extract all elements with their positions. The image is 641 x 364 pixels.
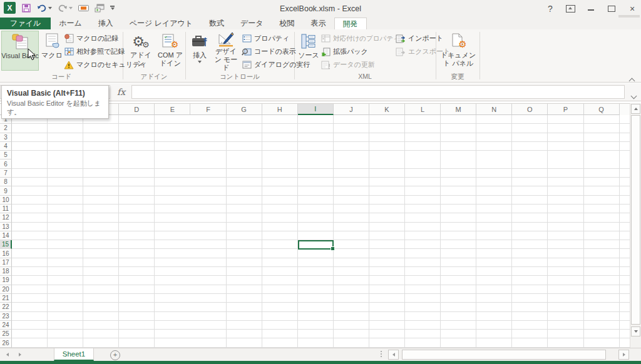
row-header-3[interactable]: 3 — [0, 133, 12, 142]
document-panel-label: ドキュメント パネル — [438, 51, 478, 68]
tab-ホーム[interactable]: ホーム — [51, 18, 90, 29]
document-panel-button[interactable]: ⚙ ドキュメント パネル — [438, 31, 478, 71]
tab-ページ レイアウト[interactable]: ページ レイアウト — [121, 18, 201, 29]
row-header-12[interactable]: 12 — [0, 213, 12, 222]
column-header-K[interactable]: K — [369, 104, 405, 115]
row-header-21[interactable]: 21 — [0, 294, 12, 303]
column-header-O[interactable]: O — [512, 104, 548, 115]
insert-controls-button[interactable]: 挿入 — [188, 31, 211, 71]
macros-button[interactable]: マクロ — [40, 31, 64, 71]
import-button[interactable]: インポート — [396, 33, 443, 44]
insert-dropdown-icon — [198, 61, 202, 63]
row-header-7[interactable]: 7 — [0, 169, 12, 178]
previous-sheet-icon[interactable] — [6, 353, 9, 356]
row-header-4[interactable]: 4 — [0, 142, 12, 151]
row-header-14[interactable]: 14 — [0, 231, 12, 240]
scroll-left-button[interactable] — [388, 350, 399, 360]
scroll-up-button[interactable] — [631, 104, 640, 114]
vertical-scrollbar[interactable] — [630, 103, 641, 348]
row-header-23[interactable]: 23 — [0, 312, 12, 321]
row-header-20[interactable]: 20 — [0, 285, 12, 294]
ribbon-display-options-icon[interactable] — [566, 5, 575, 13]
expansion-packs-icon — [320, 47, 331, 57]
redo-dropdown-icon[interactable] — [69, 7, 73, 9]
record-macro-button[interactable]: マクロの記録 — [64, 33, 118, 44]
row-header-13[interactable]: 13 — [0, 223, 12, 231]
tab-開発[interactable]: 開発 — [334, 18, 367, 29]
sheet-tab-sheet1[interactable]: Sheet1 — [54, 348, 94, 361]
vertical-scrollbar-thumb[interactable] — [631, 115, 640, 325]
properties-button[interactable]: プロパティ — [242, 33, 289, 44]
tab-校閲[interactable]: 校閲 — [272, 18, 303, 29]
expansion-packs-button[interactable]: 拡張パック — [320, 46, 368, 58]
column-header-G[interactable]: G — [227, 104, 262, 115]
tab-表示[interactable]: 表示 — [303, 18, 334, 29]
column-header-J[interactable]: J — [334, 104, 369, 115]
column-header-D[interactable]: D — [119, 104, 155, 115]
row-header-22[interactable]: 22 — [0, 303, 12, 311]
design-mode-button[interactable]: デザイン モード — [212, 31, 240, 71]
com-add-ins-label: COM アドイン — [156, 51, 185, 68]
camera-button[interactable] — [78, 4, 89, 12]
row-header-25[interactable]: 25 — [0, 330, 12, 338]
new-sheet-icon[interactable]: + — [110, 350, 120, 360]
column-header-N[interactable]: N — [476, 104, 512, 115]
save-button[interactable] — [21, 3, 31, 13]
customize-quick-access-icon[interactable] — [110, 6, 115, 10]
row-header-26[interactable]: 26 — [0, 338, 12, 347]
maximize-icon[interactable] — [607, 1, 617, 16]
worksheet-grid[interactable] — [12, 115, 630, 348]
use-relative-references-button[interactable]: 相対参照で記録 — [64, 46, 125, 58]
row-header-2[interactable]: 2 — [0, 124, 12, 133]
selected-cell[interactable] — [298, 240, 334, 250]
view-code-button[interactable]: コードの表示 — [242, 46, 296, 58]
minimize-icon[interactable] — [586, 1, 596, 16]
row-header-24[interactable]: 24 — [0, 321, 12, 330]
gears-icon: ⚙⚙ — [132, 31, 149, 51]
collapse-ribbon-icon[interactable] — [630, 74, 636, 79]
column-header-E[interactable]: E — [155, 104, 190, 115]
row-header-18[interactable]: 18 — [0, 267, 12, 276]
tab-数式[interactable]: 数式 — [201, 18, 232, 29]
formula-input[interactable] — [131, 85, 625, 99]
row-header-6[interactable]: 6 — [0, 159, 12, 168]
row-header-16[interactable]: 16 — [0, 249, 12, 258]
row-header-5[interactable]: 5 — [0, 151, 12, 159]
row-header-9[interactable]: 9 — [0, 186, 12, 195]
horizontal-scrollbar-thumb[interactable] — [402, 350, 606, 360]
close-icon[interactable]: × — [627, 1, 637, 16]
tab-挿入[interactable]: 挿入 — [90, 18, 121, 29]
row-header-10[interactable]: 10 — [0, 196, 12, 205]
help-icon[interactable]: ? — [545, 1, 555, 16]
excel-logo-icon[interactable]: X — [4, 2, 16, 14]
fx-icon[interactable]: fx — [112, 85, 130, 99]
column-header-Q[interactable]: Q — [584, 104, 620, 115]
row-header-15[interactable]: 15 — [0, 240, 12, 249]
column-header-P[interactable]: P — [548, 104, 583, 115]
row-header-11[interactable]: 11 — [0, 205, 12, 213]
formula-bar-expand-icon[interactable] — [632, 89, 636, 101]
row-header-19[interactable]: 19 — [0, 276, 12, 285]
column-header-I[interactable]: I — [298, 104, 334, 115]
add-ins-button[interactable]: ⚙⚙ アドイン — [127, 31, 155, 71]
next-sheet-icon[interactable] — [19, 353, 21, 356]
row-header-8[interactable]: 8 — [0, 178, 12, 186]
undo-dropdown-icon[interactable] — [48, 7, 52, 9]
column-header-L[interactable]: L — [405, 104, 441, 115]
redo-button[interactable] — [58, 3, 73, 13]
column-header-H[interactable]: H — [262, 104, 298, 115]
tab-scrollbar-splitter[interactable] — [381, 351, 382, 357]
switch-windows-button[interactable] — [95, 4, 105, 13]
com-add-ins-button[interactable]: ⚙ COM アドイン — [156, 31, 185, 71]
column-header-M[interactable]: M — [441, 104, 476, 115]
scroll-right-button[interactable] — [618, 350, 629, 360]
tab-ファイル[interactable]: ファイル — [0, 18, 51, 29]
camera-icon — [78, 4, 89, 12]
scroll-down-button[interactable] — [631, 326, 640, 336]
undo-button[interactable] — [37, 3, 52, 13]
column-header-F[interactable]: F — [190, 104, 226, 115]
row-header-17[interactable]: 17 — [0, 258, 12, 267]
xml-source-button[interactable]: ソース — [297, 31, 320, 71]
tab-データ[interactable]: データ — [232, 18, 272, 29]
design-mode-icon — [217, 31, 235, 48]
